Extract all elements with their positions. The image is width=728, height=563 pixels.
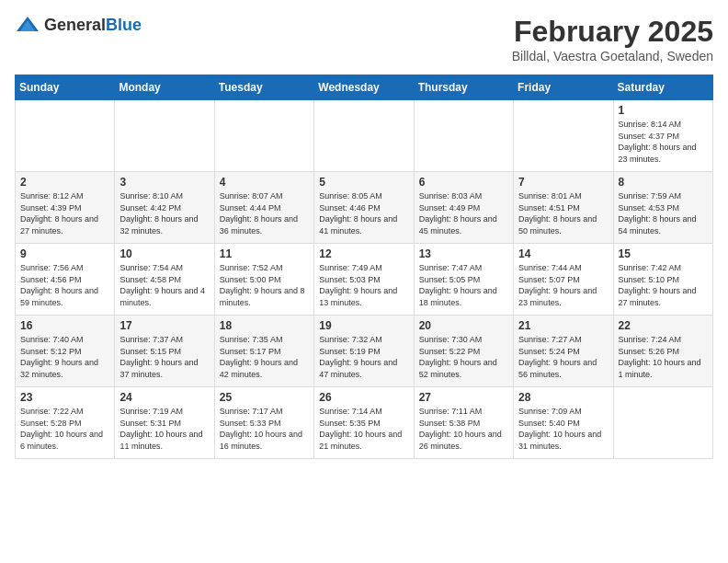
day-number: 12 <box>319 247 408 260</box>
day-number: 11 <box>220 247 309 260</box>
day-info: Sunrise: 8:10 AM Sunset: 4:42 PM Dayligh… <box>119 190 209 236</box>
day-number: 2 <box>20 176 109 189</box>
day-info: Sunrise: 8:12 AM Sunset: 4:39 PM Dayligh… <box>20 190 109 236</box>
day-info: Sunrise: 7:27 AM Sunset: 5:24 PM Dayligh… <box>518 334 608 380</box>
day-cell: 27Sunrise: 7:11 AM Sunset: 5:38 PM Dayli… <box>414 387 513 459</box>
day-cell: 19Sunrise: 7:32 AM Sunset: 5:19 PM Dayli… <box>314 316 414 387</box>
col-header-monday: Monday <box>115 75 214 100</box>
day-number: 18 <box>220 319 309 332</box>
day-info: Sunrise: 7:11 AM Sunset: 5:38 PM Dayligh… <box>419 406 508 452</box>
day-info: Sunrise: 8:07 AM Sunset: 4:44 PM Dayligh… <box>220 190 309 236</box>
page-header: GeneralBlue February 2025 Billdal, Vaest… <box>15 15 713 63</box>
week-row-1: 1Sunrise: 8:14 AM Sunset: 4:37 PM Daylig… <box>16 100 713 172</box>
logo-icon <box>15 15 40 35</box>
day-number: 8 <box>619 176 708 189</box>
day-cell <box>115 100 214 172</box>
day-cell: 12Sunrise: 7:49 AM Sunset: 5:03 PM Dayli… <box>314 244 414 316</box>
day-info: Sunrise: 7:24 AM Sunset: 5:26 PM Dayligh… <box>619 334 708 380</box>
col-header-sunday: Sunday <box>16 75 115 100</box>
day-number: 26 <box>319 391 408 404</box>
week-row-3: 9Sunrise: 7:56 AM Sunset: 4:56 PM Daylig… <box>16 244 713 316</box>
day-info: Sunrise: 7:14 AM Sunset: 5:35 PM Dayligh… <box>319 406 408 452</box>
day-info: Sunrise: 7:47 AM Sunset: 5:05 PM Dayligh… <box>419 262 508 308</box>
day-cell: 18Sunrise: 7:35 AM Sunset: 5:17 PM Dayli… <box>214 316 313 387</box>
logo: GeneralBlue <box>15 15 142 35</box>
day-cell: 15Sunrise: 7:42 AM Sunset: 5:10 PM Dayli… <box>613 244 712 316</box>
location-subtitle: Billdal, Vaestra Goetaland, Sweden <box>512 49 713 63</box>
day-info: Sunrise: 8:05 AM Sunset: 4:46 PM Dayligh… <box>319 190 408 236</box>
day-cell: 21Sunrise: 7:27 AM Sunset: 5:24 PM Dayli… <box>514 316 613 387</box>
day-info: Sunrise: 7:30 AM Sunset: 5:22 PM Dayligh… <box>419 334 508 380</box>
logo-text-blue: Blue <box>106 16 142 34</box>
day-cell: 16Sunrise: 7:40 AM Sunset: 5:12 PM Dayli… <box>16 316 115 387</box>
day-info: Sunrise: 7:09 AM Sunset: 5:40 PM Dayligh… <box>518 406 608 452</box>
day-cell: 4Sunrise: 8:07 AM Sunset: 4:44 PM Daylig… <box>214 172 313 244</box>
day-cell: 8Sunrise: 7:59 AM Sunset: 4:53 PM Daylig… <box>613 172 712 244</box>
day-info: Sunrise: 7:56 AM Sunset: 4:56 PM Dayligh… <box>20 262 109 308</box>
day-cell: 25Sunrise: 7:17 AM Sunset: 5:33 PM Dayli… <box>214 387 313 459</box>
day-cell <box>314 100 414 172</box>
day-info: Sunrise: 7:44 AM Sunset: 5:07 PM Dayligh… <box>518 262 608 308</box>
day-info: Sunrise: 7:54 AM Sunset: 4:58 PM Dayligh… <box>119 262 209 308</box>
day-cell <box>514 100 613 172</box>
day-number: 7 <box>518 176 608 189</box>
day-cell: 10Sunrise: 7:54 AM Sunset: 4:58 PM Dayli… <box>115 244 214 316</box>
day-info: Sunrise: 7:32 AM Sunset: 5:19 PM Dayligh… <box>319 334 408 380</box>
day-number: 4 <box>220 176 309 189</box>
day-info: Sunrise: 7:49 AM Sunset: 5:03 PM Dayligh… <box>319 262 408 308</box>
day-info: Sunrise: 7:19 AM Sunset: 5:31 PM Dayligh… <box>119 406 209 452</box>
day-cell <box>613 387 712 459</box>
calendar-table: SundayMondayTuesdayWednesdayThursdayFrid… <box>15 75 713 459</box>
week-row-4: 16Sunrise: 7:40 AM Sunset: 5:12 PM Dayli… <box>16 316 713 387</box>
day-cell: 24Sunrise: 7:19 AM Sunset: 5:31 PM Dayli… <box>115 387 214 459</box>
day-number: 13 <box>419 247 508 260</box>
day-cell: 2Sunrise: 8:12 AM Sunset: 4:39 PM Daylig… <box>16 172 115 244</box>
day-number: 10 <box>119 247 209 260</box>
day-number: 23 <box>20 391 109 404</box>
day-number: 25 <box>220 391 309 404</box>
day-info: Sunrise: 7:35 AM Sunset: 5:17 PM Dayligh… <box>220 334 309 380</box>
day-number: 15 <box>619 247 708 260</box>
day-info: Sunrise: 8:01 AM Sunset: 4:51 PM Dayligh… <box>518 190 608 236</box>
day-cell: 5Sunrise: 8:05 AM Sunset: 4:46 PM Daylig… <box>314 172 414 244</box>
day-cell: 17Sunrise: 7:37 AM Sunset: 5:15 PM Dayli… <box>115 316 214 387</box>
day-number: 21 <box>518 319 608 332</box>
day-number: 14 <box>518 247 608 260</box>
day-cell: 23Sunrise: 7:22 AM Sunset: 5:28 PM Dayli… <box>16 387 115 459</box>
day-cell: 6Sunrise: 8:03 AM Sunset: 4:49 PM Daylig… <box>414 172 513 244</box>
day-info: Sunrise: 7:42 AM Sunset: 5:10 PM Dayligh… <box>619 262 708 308</box>
day-cell <box>16 100 115 172</box>
day-number: 6 <box>419 176 508 189</box>
day-cell: 22Sunrise: 7:24 AM Sunset: 5:26 PM Dayli… <box>613 316 712 387</box>
day-cell: 7Sunrise: 8:01 AM Sunset: 4:51 PM Daylig… <box>514 172 613 244</box>
day-info: Sunrise: 7:22 AM Sunset: 5:28 PM Dayligh… <box>20 406 109 452</box>
day-number: 5 <box>319 176 408 189</box>
day-info: Sunrise: 8:14 AM Sunset: 4:37 PM Dayligh… <box>619 119 708 165</box>
logo-text-general: General <box>44 16 106 34</box>
day-number: 3 <box>119 176 209 189</box>
day-number: 28 <box>518 391 608 404</box>
day-cell: 3Sunrise: 8:10 AM Sunset: 4:42 PM Daylig… <box>115 172 214 244</box>
day-number: 16 <box>20 319 109 332</box>
day-cell <box>214 100 313 172</box>
day-cell: 11Sunrise: 7:52 AM Sunset: 5:00 PM Dayli… <box>214 244 313 316</box>
day-cell: 20Sunrise: 7:30 AM Sunset: 5:22 PM Dayli… <box>414 316 513 387</box>
day-info: Sunrise: 7:17 AM Sunset: 5:33 PM Dayligh… <box>220 406 309 452</box>
day-number: 27 <box>419 391 508 404</box>
col-header-tuesday: Tuesday <box>214 75 313 100</box>
day-number: 9 <box>20 247 109 260</box>
day-info: Sunrise: 7:52 AM Sunset: 5:00 PM Dayligh… <box>220 262 309 308</box>
day-cell: 13Sunrise: 7:47 AM Sunset: 5:05 PM Dayli… <box>414 244 513 316</box>
title-block: February 2025 Billdal, Vaestra Goetaland… <box>512 15 713 63</box>
day-number: 19 <box>319 319 408 332</box>
day-cell: 14Sunrise: 7:44 AM Sunset: 5:07 PM Dayli… <box>514 244 613 316</box>
day-info: Sunrise: 7:37 AM Sunset: 5:15 PM Dayligh… <box>119 334 209 380</box>
col-header-thursday: Thursday <box>414 75 513 100</box>
day-info: Sunrise: 8:03 AM Sunset: 4:49 PM Dayligh… <box>419 190 508 236</box>
day-number: 20 <box>419 319 508 332</box>
day-cell: 1Sunrise: 8:14 AM Sunset: 4:37 PM Daylig… <box>613 100 712 172</box>
day-number: 24 <box>119 391 209 404</box>
day-cell: 9Sunrise: 7:56 AM Sunset: 4:56 PM Daylig… <box>16 244 115 316</box>
week-row-2: 2Sunrise: 8:12 AM Sunset: 4:39 PM Daylig… <box>16 172 713 244</box>
col-header-friday: Friday <box>514 75 613 100</box>
